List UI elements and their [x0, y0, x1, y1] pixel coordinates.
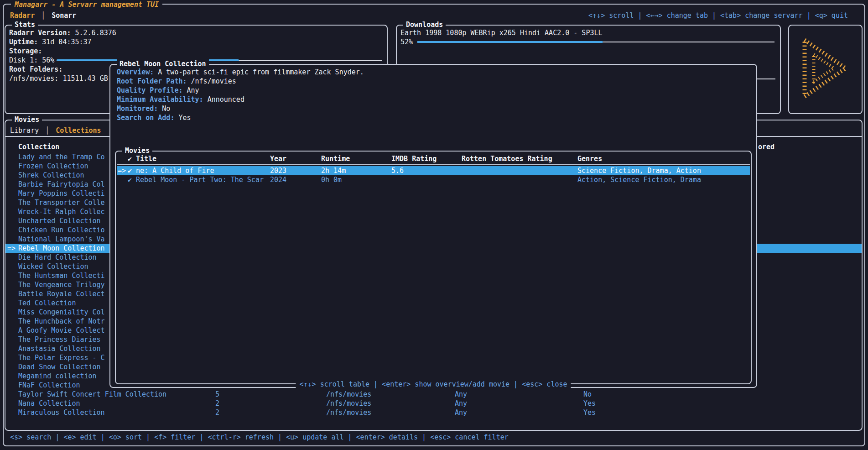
- genres-column-header: Genres: [577, 154, 602, 163]
- collection-name: The Transporter Colle: [18, 198, 105, 207]
- collection-name: Barbie Fairytopia Col: [18, 180, 105, 189]
- collection-name: Mary Poppins Collecti: [18, 189, 105, 198]
- field-label: Quality Profile:: [117, 86, 183, 94]
- collection-field: Search on Add:Yes: [117, 113, 364, 122]
- tab-radarr[interactable]: Radarr: [10, 11, 35, 20]
- collection-name: Dead Snow Collection: [18, 362, 101, 372]
- app-title: Managarr - A Servarr management TUI: [11, 0, 162, 9]
- collection-name: The Hunchback of Notr: [18, 317, 105, 326]
- downloads-panel-title: Downloads: [403, 20, 446, 29]
- selection-marker: =>: [7, 244, 16, 253]
- collection-name: Rebel Moon Collection: [18, 244, 105, 253]
- collection-field: Overview:A two-part sci-fi epic from fil…: [117, 68, 364, 77]
- collection-quality-profile: Any: [455, 408, 467, 417]
- collection-root-folder: /nfs/movies: [326, 408, 371, 417]
- movie-imdb-rating: 5.6: [391, 166, 404, 175]
- field-value: Any: [187, 86, 199, 94]
- movie-runtime: 0h 0m: [321, 175, 342, 184]
- collection-monitored: No: [583, 390, 592, 399]
- movie-row[interactable]: => ✔ ne: A Child of Fire 2023 2h 14m 5.6…: [117, 166, 750, 175]
- collection-name: FNaF Collection: [18, 381, 80, 390]
- movie-year: 2023: [270, 166, 286, 175]
- collection-name: Miss Congeniality Col: [18, 308, 105, 317]
- collection-name: Battle Royale Collect: [18, 289, 105, 298]
- year-column-header: Year: [270, 154, 286, 163]
- field-label: Search on Add:: [117, 114, 174, 122]
- collection-name: Uncharted Collection: [18, 216, 101, 225]
- download-item-percent: 52%: [400, 38, 413, 46]
- collection-quality-profile: Any: [455, 390, 467, 399]
- movies-table-title: Movies: [122, 146, 152, 155]
- collection-row[interactable]: Taylor Swift Concert Film Collection 5 /…: [5, 390, 862, 399]
- movie-title: ne: A Child of Fire: [136, 166, 214, 175]
- root-folders-label: Root Folders:: [9, 65, 62, 73]
- collection-field: Root Folder Path:/nfs/movies: [117, 77, 364, 86]
- check-column-header: ✔: [128, 154, 132, 163]
- tab-sonarr[interactable]: Sonarr: [52, 11, 76, 20]
- movies-tabs: Library│Collections: [10, 126, 101, 135]
- movies-tab-divider: │: [39, 126, 56, 135]
- field-value: A two-part sci-fi epic from filmmaker Za…: [158, 68, 364, 76]
- partial-download-bar: [757, 78, 775, 79]
- collection-movies-table: Movies ✔ Title Year Runtime IMDB Rating …: [115, 151, 752, 384]
- uptime-label: Uptime:: [9, 38, 38, 46]
- downloads-content: Earth 1998 1080p WEBRip x265 Hindi AAC2.…: [400, 28, 603, 47]
- collection-name: Chicken Run Collectio: [18, 225, 105, 235]
- movie-title: Rebel Moon - Part Two: The Scar: [136, 175, 264, 184]
- disk-usage-bar: [57, 59, 382, 61]
- managarr-play-logo-icon: [801, 37, 850, 103]
- download-item-title: Earth 1998 1080p WEBRip x265 Hindi AAC2.…: [400, 29, 603, 37]
- collection-name: Anastasia Collection: [18, 344, 101, 353]
- collection-name: Wreck-It Ralph Collec: [18, 207, 105, 216]
- collection-name: Megamind collection: [18, 372, 97, 381]
- download-progress-bar: [417, 41, 774, 43]
- checkmark-icon: ✔: [128, 175, 132, 184]
- version-value: 5.2.6.8376: [75, 29, 116, 37]
- managarr-app: Managarr - A Servarr management TUI Rada…: [0, 0, 868, 450]
- collection-movie-count: 2: [215, 408, 219, 417]
- collection-root-folder: /nfs/movies: [326, 399, 371, 408]
- field-label: Overview:: [117, 68, 154, 76]
- collection-name: The Polar Express - C: [18, 353, 105, 362]
- title-column-header: Title: [136, 154, 156, 163]
- tab-collections[interactable]: Collections: [56, 126, 101, 135]
- collection-name: Lady and the Tramp Co: [18, 152, 105, 162]
- collection-name: The Princess Diaries: [18, 335, 101, 344]
- movie-year: 2024: [270, 175, 286, 184]
- field-label: Root Folder Path:: [117, 77, 187, 85]
- checkmark-icon: ✔: [128, 166, 132, 175]
- field-value: /nfs/movies: [191, 77, 236, 85]
- imdb-rating-column-header: IMDB Rating: [391, 154, 437, 163]
- field-value: Announced: [208, 95, 244, 104]
- stats-panel-title: Stats: [12, 20, 38, 29]
- collection-name: Taylor Swift Concert Film Collection: [18, 390, 166, 399]
- collection-row[interactable]: Nana Collection 2 /nfs/movies Any Yes: [5, 399, 862, 408]
- top-keybind-hints: <↑↓> scroll | <←→> change tab | <tab> ch…: [588, 11, 848, 20]
- collection-monitored: Yes: [583, 399, 596, 408]
- tab-library[interactable]: Library: [10, 126, 39, 135]
- logo-panel: [788, 25, 863, 114]
- collection-movie-count: 2: [215, 399, 219, 408]
- rotten-tomatoes-column-header: Rotten Tomatoes Rating: [462, 154, 552, 163]
- collection-details-modal: Rebel Moon Collection Overview:A two-par…: [109, 64, 757, 388]
- collection-fields: Overview:A two-part sci-fi epic from fil…: [117, 68, 364, 122]
- modal-keybind-hints: <↑↓> scroll table | <enter> show overvie…: [296, 380, 571, 389]
- collection-name: Shrek Collection: [18, 171, 84, 180]
- monitored-column-header-fragment: ored: [758, 142, 774, 152]
- root-folder-value: /nfs/movies: 11511.43 GB: [9, 74, 108, 83]
- collection-name: National Lampoon's Va: [18, 235, 105, 244]
- movie-row[interactable]: ✔ Rebel Moon - Part Two: The Scar 2024 0…: [117, 175, 750, 184]
- collection-field: Monitored:No: [117, 104, 364, 113]
- tab-divider: │: [35, 11, 52, 20]
- collection-name: Frozen Collection: [18, 162, 88, 171]
- version-label: Radarr Version:: [9, 29, 71, 37]
- stats-content: Radarr Version: 5.2.6.8376 Uptime: 31d 0…: [9, 28, 116, 83]
- movies-rows: => ✔ ne: A Child of Fire 2023 2h 14m 5.6…: [117, 166, 750, 184]
- collection-name: The Vengeance Trilogy: [18, 280, 105, 289]
- movie-genres: Science Fiction, Drama, Action: [577, 166, 701, 175]
- download-progress-fill: [417, 41, 603, 43]
- collection-row[interactable]: Miraculous Collection 2 /nfs/movies Any …: [5, 408, 862, 417]
- collection-name: Nana Collection: [18, 399, 80, 408]
- servarr-tabs: Radarr│Sonarr: [10, 11, 76, 20]
- collection-field: Quality Profile:Any: [117, 86, 364, 95]
